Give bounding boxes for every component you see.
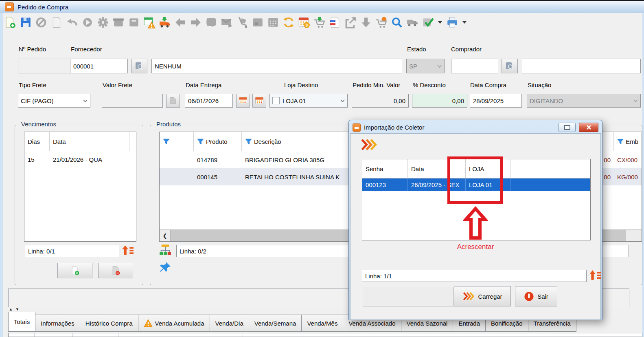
- tab-venda-mes[interactable]: Venda/Mês: [302, 315, 343, 332]
- cell-dias: 15: [24, 151, 50, 167]
- sair-label: Sair: [537, 293, 548, 300]
- mail-icon[interactable]: [252, 16, 264, 29]
- approve-dropdown-caret[interactable]: [438, 21, 442, 24]
- chevron-down-icon: [437, 65, 442, 68]
- print-dropdown-caret[interactable]: [462, 21, 467, 24]
- settings-icon[interactable]: [97, 16, 109, 29]
- desconto-field[interactable]: 0,00: [412, 94, 467, 108]
- filter-icon: [617, 138, 624, 145]
- send-mail-icon[interactable]: [221, 16, 233, 29]
- calendar-coin-icon[interactable]: $: [298, 16, 310, 29]
- loja-destino-combo[interactable]: LOJA 01: [269, 94, 348, 108]
- clear-icon[interactable]: [50, 16, 63, 29]
- comprador-label[interactable]: Comprador: [451, 46, 482, 53]
- situacao-combo[interactable]: DIGITANDO: [527, 94, 641, 108]
- col-dias[interactable]: Dias: [24, 132, 50, 151]
- dialog-titlebar[interactable]: Importação de Coletor: [350, 121, 601, 133]
- document-icon: [169, 97, 177, 105]
- calendar-icon: [239, 96, 248, 105]
- numero-pedido-label: Nº Pedido: [19, 46, 46, 53]
- estado-label: Estado: [407, 46, 426, 53]
- tab-historico-compra[interactable]: Histórico Compra: [80, 315, 138, 332]
- tab-venda-acumulada[interactable]: Venda Acumulada: [138, 315, 210, 332]
- window-title: Pedido de Compra: [18, 4, 68, 11]
- valor-frete-field[interactable]: [102, 94, 163, 108]
- remove-vencimento-button[interactable]: [98, 263, 133, 278]
- pedido-min-field[interactable]: 0,00: [352, 94, 409, 108]
- tab-venda-dia[interactable]: Venda/Dia: [210, 315, 249, 332]
- col-filter[interactable]: [160, 132, 194, 151]
- acrescentar-annotation: Acrescentar: [438, 243, 513, 251]
- refresh-icon[interactable]: [283, 16, 295, 29]
- data-entrega-calendar-button[interactable]: [236, 94, 250, 108]
- package-icon[interactable]: [205, 16, 217, 29]
- save-icon[interactable]: [20, 16, 32, 29]
- close-button[interactable]: [579, 123, 598, 132]
- dolly-icon[interactable]: [236, 16, 248, 29]
- fornecedor-name-field[interactable]: NENHUM: [151, 59, 402, 73]
- sair-button[interactable]: Sair: [515, 286, 557, 306]
- add-row-icon: [70, 266, 80, 275]
- tab-venda-semana[interactable]: Venda/Semana: [249, 315, 302, 332]
- scroll-left-button[interactable]: ❮: [160, 230, 170, 241]
- produtos-group-title: Produtos: [154, 121, 183, 128]
- archive-icon[interactable]: [112, 16, 125, 29]
- truck-icon[interactable]: [406, 16, 418, 29]
- restore-button[interactable]: [559, 123, 576, 132]
- archive-alt-icon[interactable]: [128, 16, 140, 29]
- calendar-grid-icon[interactable]: [267, 16, 279, 29]
- data-entrega-field[interactable]: 06/01/2026: [185, 94, 233, 108]
- vencimentos-row[interactable]: 15 21/01/2026 - QUA: [24, 151, 136, 167]
- col-data[interactable]: Data: [50, 132, 129, 151]
- importacao-coletor-dialog: Importação de Coletor Senha Data LOJA 00…: [348, 120, 602, 320]
- col-senha[interactable]: Senha: [362, 159, 408, 178]
- fornecedor-label[interactable]: Fornecedor: [71, 46, 102, 53]
- tab-totais[interactable]: Totais: [8, 312, 35, 332]
- carregar-button[interactable]: Carregar: [454, 286, 511, 306]
- line-navigator-icon[interactable]: [589, 269, 601, 281]
- approve-icon[interactable]: [422, 16, 434, 29]
- search-icon[interactable]: [391, 16, 403, 29]
- arrow-right-icon[interactable]: [190, 16, 202, 29]
- new-order-icon[interactable]: [4, 16, 16, 29]
- comprador-code-field[interactable]: [451, 59, 498, 73]
- pedido-de-compra-window: Pedido de Compra $ Nº: [0, 0, 644, 337]
- fornecedor-code-field[interactable]: 000001: [70, 59, 128, 73]
- print-icon[interactable]: [446, 16, 458, 29]
- undo-icon[interactable]: [66, 16, 78, 29]
- cell-emb: CX/000: [614, 151, 642, 168]
- tab-informacoes[interactable]: Informações: [35, 315, 80, 332]
- forward-icon[interactable]: [81, 16, 94, 29]
- comprador-lookup-button[interactable]: [502, 59, 518, 73]
- tab-scroll-arrows[interactable]: ▲▼: [9, 307, 22, 311]
- col-produto[interactable]: Produto: [194, 132, 242, 151]
- arrow-left-icon[interactable]: [174, 16, 186, 29]
- dialog-title: Importação de Coletor: [364, 124, 555, 131]
- comprador-name-field[interactable]: [522, 59, 641, 73]
- data-compra-field[interactable]: 28/09/2025: [470, 94, 522, 108]
- pushpin-icon[interactable]: [159, 261, 171, 273]
- notes-icon[interactable]: [329, 16, 341, 29]
- cart-hot-icon[interactable]: [375, 16, 388, 29]
- add-vencimento-button[interactable]: [57, 263, 92, 278]
- window-alert-icon[interactable]: [143, 16, 156, 29]
- estado-combo[interactable]: SP: [406, 59, 445, 73]
- situacao-value: DIGITANDO: [530, 97, 633, 104]
- download-icon[interactable]: [360, 16, 372, 29]
- fornecedor-lookup-button[interactable]: [131, 59, 147, 73]
- col-emb[interactable]: Emb: [614, 132, 642, 151]
- loja-checkbox[interactable]: [272, 97, 280, 104]
- tipo-frete-combo[interactable]: CIF (PAGO): [18, 94, 90, 108]
- valor-frete-doc-button[interactable]: [166, 94, 180, 108]
- line-navigator-icon[interactable]: [122, 244, 134, 256]
- app-icon: [5, 2, 14, 11]
- cancel-icon[interactable]: [35, 16, 47, 29]
- dialog-client-area: Senha Data LOJA 000123 26/09/2025 - SEX …: [350, 133, 601, 320]
- cart-import-icon[interactable]: [313, 16, 326, 29]
- carregar-label: Carregar: [478, 293, 502, 300]
- hierarchy-icon[interactable]: [159, 244, 171, 256]
- numero-pedido-field[interactable]: [18, 59, 76, 73]
- data-entrega-calendar2-button[interactable]: [252, 94, 266, 108]
- truck-import-icon[interactable]: [159, 16, 171, 29]
- export-icon[interactable]: [344, 16, 357, 29]
